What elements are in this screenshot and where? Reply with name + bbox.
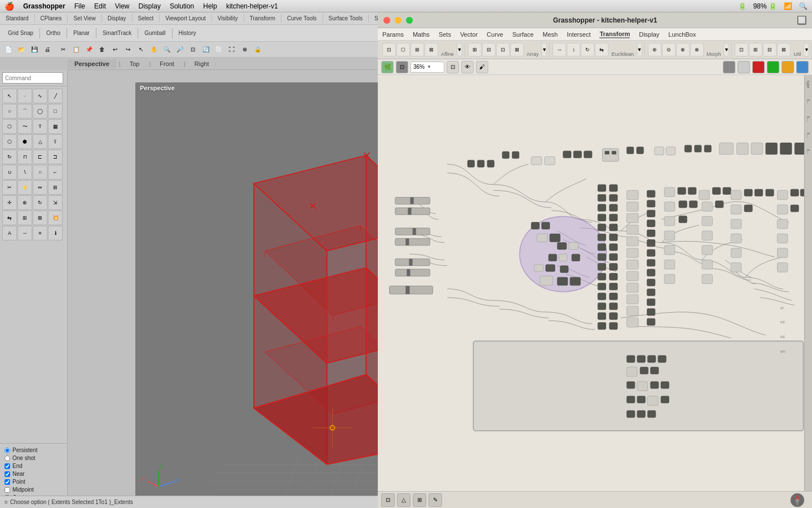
rhino-icon-zoom-win[interactable]: ⬜ <box>213 43 225 56</box>
gh-icon-eucl-arrow[interactable]: ▼ <box>637 43 642 56</box>
gh-menu-mesh[interactable]: Mesh <box>542 31 558 38</box>
tool-point[interactable]: · <box>17 89 32 103</box>
gh-canvas[interactable]: type ti... ti... ti... ti... ut nd nd wh… <box>378 75 812 491</box>
snap-near-check[interactable] <box>5 471 10 477</box>
gh-color-warn[interactable] <box>767 61 779 73</box>
vp-tab-front[interactable]: Front <box>153 59 182 68</box>
rhino-icon-snap[interactable]: ⊕ <box>239 43 251 56</box>
gh-icon-array-2[interactable]: ⊟ <box>482 43 496 56</box>
snap-end-check[interactable] <box>5 463 10 469</box>
gh-menu-params[interactable]: Params <box>382 31 404 38</box>
gh-icon-util-4[interactable]: ⊠ <box>777 43 791 56</box>
tool-solid[interactable]: ⬢ <box>17 134 32 149</box>
tool-copy-obj[interactable]: ⊕ <box>17 195 32 210</box>
gh-bt-btn1[interactable]: ⊡ <box>381 493 395 507</box>
tool-split[interactable]: ⚡ <box>17 180 32 195</box>
gh-icon-affine-1[interactable]: ⊡ <box>382 43 396 56</box>
gh-color-ok[interactable] <box>782 61 794 73</box>
ortho-btn[interactable]: Ortho <box>43 29 64 37</box>
gh-icon-util-arrow[interactable]: ▼ <box>804 43 809 56</box>
menu-help[interactable]: Help <box>203 2 217 10</box>
gh-icon-morph-4[interactable]: ⊗ <box>690 43 704 56</box>
tool-line[interactable]: ╱ <box>48 89 63 103</box>
history-btn[interactable]: History <box>175 29 200 37</box>
gh-icon-eucl-1[interactable]: ↔ <box>553 43 566 56</box>
gh-minimize-btn[interactable] <box>395 17 401 24</box>
tool-layer[interactable]: ≡ <box>33 226 47 240</box>
tool-ellipse[interactable]: ◯ <box>33 104 47 119</box>
tab-select[interactable]: Select <box>133 14 160 23</box>
rhino-icon-paste[interactable]: 📌 <box>83 43 95 56</box>
tool-arc[interactable]: ⌒ <box>17 104 32 119</box>
gh-icon-affine-3[interactable]: ⊞ <box>411 43 424 56</box>
tool-hatch[interactable]: ▦ <box>48 119 63 134</box>
gh-icon-eucl-2[interactable]: ↕ <box>567 43 580 56</box>
rhino-icon-lock[interactable]: 🔒 <box>251 43 264 56</box>
tool-explode[interactable]: 💥 <box>48 211 63 225</box>
vp-tab-perspective[interactable]: Perspective <box>68 59 117 68</box>
gh-menu-lunchbox[interactable]: LunchBox <box>668 31 696 38</box>
gh-vc-fit[interactable]: ⊡ <box>447 61 459 73</box>
gh-color-disabled[interactable] <box>796 61 809 73</box>
snap-oneshot-radio[interactable] <box>5 456 10 461</box>
gh-menu-transform[interactable]: Transform <box>599 30 630 38</box>
rhino-icon-open[interactable]: 📂 <box>15 43 28 56</box>
rhino-icon-pan2[interactable]: ⛶ <box>226 43 238 56</box>
gh-icon-morph-3[interactable]: ⊕ <box>676 43 690 56</box>
tool-sweep1[interactable]: ⊏ <box>33 150 47 164</box>
rhino-icon-undo[interactable]: ↩ <box>109 43 121 56</box>
rhino-icon-delete[interactable]: 🗑 <box>96 43 108 56</box>
gh-icon-util-1[interactable]: ⊡ <box>735 43 748 56</box>
tab-cplanes[interactable]: CPlanes <box>35 14 68 23</box>
gh-icon-util-3[interactable]: ⊟ <box>763 43 776 56</box>
tool-scale[interactable]: ⇲ <box>48 195 63 210</box>
rhino-icon-cut[interactable]: ✂ <box>57 43 69 56</box>
grid-snap-btn[interactable]: Grid Snap <box>5 29 37 37</box>
menu-view[interactable]: View <box>115 2 130 10</box>
tool-boolean-diff[interactable]: ∖ <box>17 165 32 179</box>
gh-vc-paint[interactable]: 🖌 <box>476 61 488 73</box>
menu-grasshopper[interactable]: Grasshopper <box>23 2 65 10</box>
gh-vc-btn2[interactable]: ⊡ <box>396 61 408 73</box>
tool-extend[interactable]: ⇔ <box>33 180 47 195</box>
gh-icon-affine-2[interactable]: ⬡ <box>396 43 410 56</box>
tool-surface[interactable]: ⬡ <box>2 134 17 149</box>
gh-icon-array-3[interactable]: ⊡ <box>496 43 510 56</box>
rhino-icon-zoom-all[interactable]: ⊡ <box>187 43 199 56</box>
tab-visibility[interactable]: Visibility <box>212 14 244 23</box>
smarttrack-btn[interactable]: SmartTrack <box>99 29 135 37</box>
menu-display[interactable]: Display <box>139 2 161 10</box>
tab-setview[interactable]: Set View <box>68 14 102 23</box>
snap-midpoint-check[interactable] <box>5 487 10 493</box>
tool-revolve[interactable]: ↻ <box>2 150 17 164</box>
menubar-search[interactable]: 🔍 <box>799 2 807 10</box>
gh-maximize-btn[interactable] <box>406 17 413 24</box>
rhino-icon-zoom-in[interactable]: 🔍 <box>161 43 173 56</box>
tool-rectangle[interactable]: □ <box>48 104 63 119</box>
tool-annotation[interactable]: A <box>2 226 17 240</box>
tab-display[interactable]: Display <box>102 14 133 23</box>
tool-boolean-int[interactable]: ∩ <box>33 165 47 179</box>
tool-trim[interactable]: ✂ <box>2 180 17 195</box>
rhino-icon-copy[interactable]: 📋 <box>70 43 82 56</box>
gh-color-error[interactable] <box>752 61 765 73</box>
tab-curve-tools[interactable]: Curve Tools <box>281 14 323 23</box>
tool-mesh[interactable]: △ <box>33 134 47 149</box>
tool-extrude[interactable]: ⇧ <box>48 134 63 149</box>
vp-tab-top[interactable]: Top <box>123 59 147 68</box>
rhino-icon-redo[interactable]: ↪ <box>122 43 134 56</box>
gumball-btn[interactable]: Gumball <box>141 29 169 37</box>
tab-viewport-layout[interactable]: Viewport Layout <box>160 14 212 23</box>
apple-menu[interactable]: 🍎 <box>5 2 14 11</box>
tab-surface-tools[interactable]: Surface Tools <box>323 14 369 23</box>
tool-fillet[interactable]: ⌐ <box>48 165 63 179</box>
gh-color-preview[interactable] <box>738 61 750 73</box>
gh-menu-intersect[interactable]: Intersect <box>567 31 590 38</box>
tool-dim[interactable]: ↔ <box>17 226 32 240</box>
tool-offset[interactable]: ⊞ <box>48 180 63 195</box>
snap-persistent-radio[interactable] <box>5 448 10 453</box>
gh-icon-affine-4[interactable]: ⊠ <box>425 43 438 56</box>
gh-menu-maths[interactable]: Maths <box>413 31 430 38</box>
tool-freeform[interactable]: 〜 <box>17 119 32 134</box>
gh-bt-btn2[interactable]: △ <box>397 493 411 507</box>
